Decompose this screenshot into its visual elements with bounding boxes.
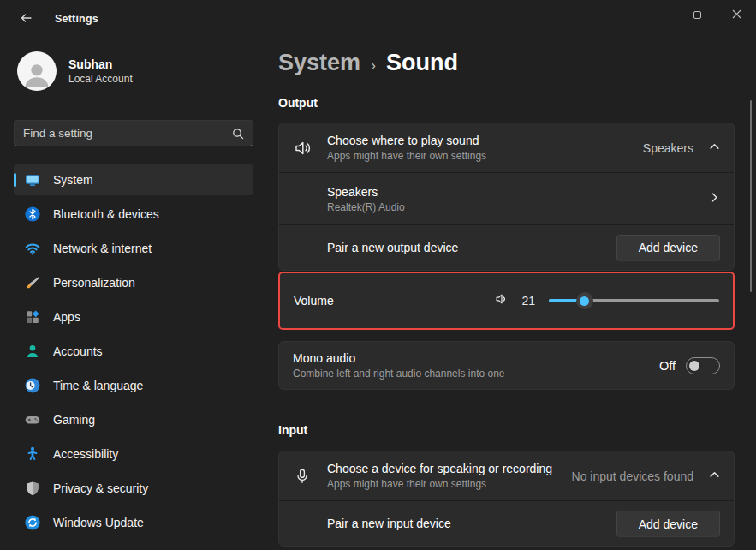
input-device-value: No input devices found	[572, 469, 693, 483]
sidebar-item-label: Apps	[53, 310, 80, 324]
title-bar: Settings	[0, 0, 756, 38]
shield-icon	[24, 480, 41, 497]
output-device-value: Speakers	[643, 141, 693, 155]
person-icon	[20, 57, 54, 91]
volume-row-highlighted: Volume 21	[278, 272, 735, 330]
pair-input-row: Pair a new input device Add device	[279, 500, 734, 547]
device-description: Realtek(R) Audio	[327, 200, 709, 214]
sidebar-nav: System Bluetooth & devices Network & int…	[14, 164, 253, 538]
sidebar-item-privacy-security[interactable]: Privacy & security	[14, 473, 253, 504]
gamepad-icon	[24, 411, 41, 428]
search-input[interactable]	[15, 127, 232, 140]
add-input-device-button[interactable]: Add device	[616, 511, 720, 537]
choose-input-row[interactable]: Choose a device for speaking or recordin…	[279, 451, 734, 500]
volume-label: Volume	[294, 294, 494, 308]
sidebar-item-label: Accounts	[53, 344, 103, 358]
maximize-button[interactable]	[677, 0, 717, 29]
choose-input-subtitle: Apps might have their own settings	[327, 477, 572, 491]
apps-icon	[24, 308, 41, 326]
microphone-icon	[293, 466, 315, 487]
accounts-person-icon	[24, 343, 41, 360]
pair-output-label: Pair a new output device	[327, 240, 616, 256]
update-refresh-icon	[24, 514, 41, 531]
input-device-group: Choose a device for speaking or recordin…	[278, 451, 735, 547]
choose-input-title: Choose a device for speaking or recordin…	[327, 461, 572, 477]
clock-icon	[24, 377, 41, 394]
user-profile[interactable]: Subhan Local Account	[14, 48, 253, 94]
sidebar-item-accessibility[interactable]: Accessibility	[14, 439, 253, 469]
sidebar-item-label: Network & internet	[53, 242, 152, 255]
choose-output-title: Choose where to play sound	[327, 133, 643, 149]
sidebar-item-label: Personalization	[53, 276, 135, 290]
minimize-button[interactable]	[638, 0, 677, 29]
sidebar-item-label: Windows Update	[53, 516, 144, 529]
page-title: Sound	[386, 50, 458, 76]
sidebar-item-gaming[interactable]: Gaming	[14, 404, 253, 435]
paintbrush-icon	[24, 274, 41, 291]
sidebar-item-label: Privacy & security	[53, 481, 148, 495]
minimize-icon	[653, 15, 662, 15]
sidebar-item-accounts[interactable]: Accounts	[14, 336, 253, 367]
avatar	[17, 51, 57, 91]
speaker-icon	[293, 138, 315, 158]
breadcrumb: System › Sound	[278, 50, 458, 76]
back-arrow-icon	[19, 11, 33, 27]
mono-audio-state: Off	[659, 359, 676, 373]
mono-audio-toggle[interactable]	[686, 357, 720, 374]
choose-output-row[interactable]: Choose where to play sound Apps might ha…	[279, 123, 734, 172]
system-icon	[24, 171, 41, 188]
mono-audio-row: Mono audio Combine left and right audio …	[278, 341, 735, 390]
mono-audio-subtitle: Combine left and right audio channels in…	[293, 367, 659, 380]
device-name: Speakers	[327, 184, 709, 200]
volume-slider-thumb[interactable]	[576, 292, 593, 309]
speakers-device-row[interactable]: Speakers Realtek(R) Audio	[279, 172, 734, 224]
selected-indicator-pill	[14, 173, 16, 187]
sidebar-item-time-language[interactable]: Time & language	[14, 370, 253, 401]
speaker-small-icon[interactable]	[494, 291, 509, 310]
sidebar-item-apps[interactable]: Apps	[14, 302, 253, 332]
breadcrumb-system[interactable]: System	[278, 50, 360, 76]
accessibility-person-icon	[24, 445, 41, 463]
profile-name: Subhan	[68, 57, 133, 72]
close-button[interactable]	[717, 0, 756, 29]
toggle-knob	[689, 361, 699, 371]
settings-window: Settings Subhan Local Account	[0, 0, 756, 550]
sidebar-item-network-internet[interactable]: Network & internet	[14, 233, 253, 264]
window-controls	[638, 0, 756, 29]
pair-output-row: Pair a new output device Add device	[279, 224, 734, 270]
sidebar-item-label: System	[53, 173, 93, 187]
vertical-scrollbar[interactable]	[750, 100, 752, 292]
output-section-title: Output	[278, 96, 318, 110]
window-title: Settings	[55, 13, 98, 25]
breadcrumb-separator: ›	[371, 57, 376, 75]
input-section-title: Input	[278, 423, 307, 437]
chevron-right-icon	[709, 191, 720, 206]
sidebar-item-label: Accessibility	[53, 447, 118, 461]
chevron-up-icon[interactable]	[709, 469, 720, 484]
sidebar-item-label: Bluetooth & devices	[53, 207, 159, 221]
sidebar-item-label: Gaming	[53, 413, 95, 427]
search-box[interactable]	[14, 120, 253, 146]
sidebar-item-personalization[interactable]: Personalization	[14, 267, 253, 298]
sidebar: Subhan Local Account System	[14, 48, 253, 538]
chevron-up-icon[interactable]	[709, 140, 720, 156]
back-button[interactable]	[12, 7, 39, 31]
volume-slider[interactable]	[549, 292, 719, 309]
volume-value: 21	[520, 294, 535, 308]
profile-account-type: Local Account	[68, 72, 133, 86]
maximize-icon	[693, 11, 701, 19]
sidebar-item-system[interactable]: System	[14, 164, 253, 195]
choose-output-subtitle: Apps might have their own settings	[327, 149, 643, 163]
pair-input-label: Pair a new input device	[327, 516, 616, 532]
sidebar-item-label: Time & language	[53, 379, 143, 392]
close-icon	[732, 9, 741, 21]
bluetooth-icon	[24, 206, 41, 223]
output-device-group: Choose where to play sound Apps might ha…	[278, 123, 735, 271]
search-icon	[232, 128, 244, 140]
wifi-icon	[24, 240, 41, 257]
sidebar-item-windows-update[interactable]: Windows Update	[14, 507, 253, 538]
add-output-device-button[interactable]: Add device	[616, 235, 720, 261]
mono-audio-title: Mono audio	[293, 350, 659, 367]
sidebar-item-bluetooth-devices[interactable]: Bluetooth & devices	[14, 199, 253, 230]
